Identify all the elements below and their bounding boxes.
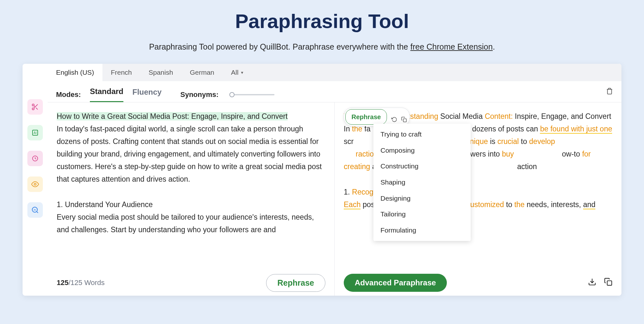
page-subtitle: Paraphrasing Tool powered by QuillBot. P…: [0, 42, 644, 52]
w: be found with just one: [540, 125, 612, 134]
input-h1: 1. Understand Your Audience: [57, 198, 325, 211]
svg-line-4: [34, 106, 35, 107]
svg-point-0: [32, 104, 34, 106]
dd-item[interactable]: Composing: [373, 142, 471, 158]
output-pane[interactable]: Rephrase Trying to craft Composing Const…: [335, 102, 621, 270]
w: y, dozens of posts can: [465, 125, 540, 133]
undo-icon[interactable]: [390, 114, 397, 120]
tool-scissors-icon[interactable]: [27, 99, 43, 115]
rephrase-pill[interactable]: Rephrase: [345, 109, 387, 125]
advanced-paraphrase-button[interactable]: Advanced Paraphrase: [344, 274, 447, 292]
tool-rewrite-icon[interactable]: [27, 151, 43, 166]
lang-tab-english[interactable]: English (US): [48, 64, 102, 81]
page-title: Paraphrasing Tool: [0, 10, 644, 33]
editor-panes: How to Write a Great Social Media Post: …: [48, 102, 621, 270]
lang-tab-all[interactable]: All▾: [223, 64, 252, 81]
footer-row: 125/125 Words Rephrase Advanced Paraphra…: [48, 270, 621, 296]
dd-item[interactable]: Trying to craft: [373, 126, 471, 142]
w: customized: [466, 200, 504, 209]
w: develop: [529, 137, 555, 146]
footer-right: Advanced Paraphrase: [335, 270, 621, 296]
trash-icon[interactable]: [606, 88, 613, 102]
dd-item[interactable]: Tailoring: [373, 206, 471, 222]
w: Inspire, Engage, and Convert: [513, 112, 611, 120]
chrome-extension-link[interactable]: free Chrome Extension: [410, 42, 493, 51]
language-tabs: English (US) French Spanish German All▾: [48, 64, 621, 81]
chevron-down-icon: ▾: [241, 70, 243, 75]
svg-text:AI: AI: [34, 208, 36, 211]
input-p2: Every social media post should be tailor…: [57, 211, 325, 236]
w: 1.: [344, 188, 352, 196]
sidebar: AI AI: [23, 64, 48, 296]
w: Social Media: [438, 112, 485, 120]
copy-icon[interactable]: [400, 114, 406, 120]
tool-ai-icon[interactable]: AI: [27, 125, 43, 140]
w: is: [488, 137, 497, 146]
w: and: [583, 200, 595, 209]
lang-all-label: All: [231, 69, 238, 76]
w: to: [519, 137, 529, 146]
input-pane[interactable]: How to Write a Great Social Media Post: …: [48, 102, 335, 270]
w: buy: [502, 150, 514, 158]
lang-tab-french[interactable]: French: [102, 64, 140, 81]
tool-eye-icon[interactable]: [27, 176, 43, 192]
word-count: 125/125 Words: [57, 279, 105, 287]
tool-search-icon[interactable]: AI: [27, 202, 43, 218]
w: crucial: [497, 137, 519, 146]
w: the: [514, 200, 524, 209]
footer-left: 125/125 Words Rephrase: [48, 270, 335, 296]
input-p1: In today's fast-paced digital world, a s…: [57, 123, 325, 186]
svg-rect-14: [607, 281, 612, 285]
lang-tab-spanish[interactable]: Spanish: [140, 64, 181, 81]
copy-output-icon[interactable]: [604, 278, 612, 288]
svg-point-8: [34, 183, 36, 185]
svg-line-10: [37, 212, 38, 213]
subtitle-post: .: [493, 42, 495, 51]
w: action: [515, 162, 537, 171]
subtitle-text: Paraphrasing Tool powered by QuillBot. P…: [149, 42, 410, 51]
w: Each: [344, 200, 360, 209]
main-panel: English (US) French Spanish German All▾ …: [48, 64, 621, 296]
synonyms-slider[interactable]: [229, 94, 274, 95]
w: needs, interests,: [524, 200, 583, 209]
synonyms-label: Synonyms:: [180, 91, 219, 99]
count-current: 125: [57, 279, 69, 287]
slider-thumb[interactable]: [229, 92, 235, 97]
w: ow-to: [562, 150, 582, 158]
w: to: [504, 200, 514, 209]
dd-item[interactable]: Constructing: [373, 158, 471, 174]
count-total: /125 Words: [69, 279, 105, 287]
w: Content:: [485, 112, 513, 120]
rephrase-button[interactable]: Rephrase: [266, 274, 325, 292]
app-container: AI AI English (US) French Spanish German…: [23, 64, 621, 296]
mode-standard[interactable]: Standard: [90, 87, 123, 102]
lang-tab-german[interactable]: German: [181, 64, 223, 81]
dd-item[interactable]: Formulating: [373, 222, 471, 238]
dd-item[interactable]: Shaping: [373, 174, 471, 190]
download-icon[interactable]: [588, 278, 596, 288]
svg-line-3: [36, 108, 38, 110]
synonym-dropdown: Trying to craft Composing Constructing S…: [373, 124, 471, 241]
svg-text:AI: AI: [34, 131, 36, 135]
w: scr: [344, 137, 354, 146]
input-title: How to Write a Great Social Media Post: …: [57, 110, 325, 123]
input-title-text: How to Write a Great Social Media Post: …: [57, 112, 288, 120]
mode-fluency[interactable]: Fluency: [132, 88, 162, 102]
svg-rect-12: [403, 119, 407, 122]
svg-point-1: [32, 108, 34, 110]
dd-item[interactable]: Designing: [373, 190, 471, 206]
modes-label: Modes:: [56, 91, 81, 99]
modes-bar: Modes: Standard Fluency Synonyms:: [48, 81, 621, 102]
